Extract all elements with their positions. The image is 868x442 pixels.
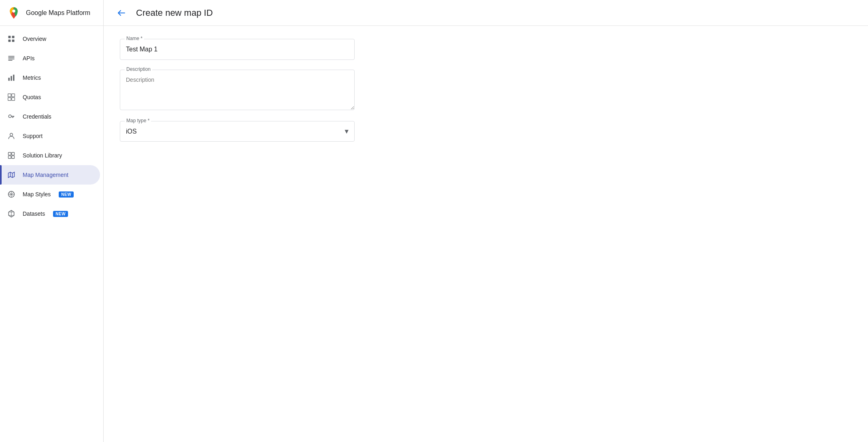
main-header: Create new map ID — [104, 0, 868, 26]
map-type-field-group: Map type * JavaScript Android iOS ▼ — [120, 121, 355, 142]
sidebar-item-support[interactable]: Support — [0, 126, 100, 146]
sidebar-item-map-management[interactable]: Map Management — [0, 165, 100, 185]
sidebar-item-apis[interactable]: APIs — [0, 49, 100, 68]
main-body: Name * Test Map 1 Description Map type *… — [104, 26, 868, 442]
overview-icon — [6, 34, 16, 44]
sidebar-item-quotas[interactable]: Quotas — [0, 87, 100, 107]
sidebar-item-datasets[interactable]: Datasets NEW — [0, 204, 100, 223]
svg-rect-1 — [9, 36, 11, 38]
datasets-icon — [6, 209, 16, 219]
solution-library-label: Solution Library — [23, 152, 62, 159]
svg-rect-20 — [9, 156, 11, 159]
credentials-label: Credentials — [23, 113, 51, 120]
sidebar-item-map-styles[interactable]: Map Styles NEW — [0, 185, 100, 204]
sidebar-nav: Overview APIs M — [0, 26, 103, 442]
name-field-group: Name * Test Map 1 — [120, 39, 355, 60]
quotas-label: Quotas — [23, 94, 41, 100]
datasets-new-badge: NEW — [53, 211, 68, 217]
svg-rect-13 — [12, 94, 15, 97]
svg-rect-10 — [11, 76, 12, 81]
svg-rect-18 — [9, 153, 11, 155]
overview-label: Overview — [23, 36, 46, 42]
support-icon — [6, 131, 16, 141]
svg-point-17 — [10, 133, 13, 136]
svg-rect-21 — [12, 156, 15, 159]
svg-rect-9 — [9, 78, 10, 81]
svg-rect-14 — [8, 98, 11, 101]
metrics-label: Metrics — [23, 74, 41, 81]
svg-rect-12 — [8, 94, 11, 97]
datasets-label: Datasets — [23, 210, 45, 217]
map-styles-new-badge: NEW — [59, 191, 74, 198]
map-styles-label: Map Styles — [23, 191, 51, 198]
map-type-select[interactable]: JavaScript Android iOS — [120, 121, 355, 142]
quotas-icon — [6, 92, 16, 102]
svg-rect-2 — [12, 36, 15, 38]
sidebar-item-metrics[interactable]: Metrics — [0, 68, 100, 87]
back-button[interactable] — [113, 5, 130, 21]
description-label: Description — [125, 66, 152, 72]
google-maps-logo — [6, 6, 21, 20]
solution-library-icon — [6, 151, 16, 160]
map-type-select-wrapper: JavaScript Android iOS ▼ — [120, 121, 355, 142]
map-management-icon — [6, 170, 16, 180]
svg-rect-15 — [12, 98, 15, 101]
map-styles-icon — [6, 189, 16, 199]
description-field-group: Description — [120, 70, 355, 111]
svg-rect-19 — [12, 153, 15, 155]
map-management-label: Map Management — [23, 172, 68, 178]
sidebar-header: Google Maps Platform — [0, 0, 103, 26]
name-input[interactable]: Test Map 1 — [120, 39, 355, 60]
apis-label: APIs — [23, 55, 35, 62]
map-type-label: Map type * — [125, 118, 151, 123]
sidebar: Google Maps Platform Overview — [0, 0, 104, 442]
sidebar-item-overview[interactable]: Overview — [0, 29, 100, 49]
svg-point-16 — [9, 115, 11, 118]
apis-icon — [6, 53, 16, 63]
name-label: Name * — [125, 36, 144, 41]
support-label: Support — [23, 133, 43, 139]
svg-rect-4 — [12, 40, 15, 42]
credentials-icon — [6, 112, 16, 121]
svg-point-0 — [12, 9, 15, 13]
page-title: Create new map ID — [136, 8, 213, 18]
main-content: Create new map ID Name * Test Map 1 Desc… — [104, 0, 868, 442]
create-map-id-form: Name * Test Map 1 Description Map type *… — [120, 39, 355, 142]
svg-rect-11 — [13, 75, 14, 81]
sidebar-item-credentials[interactable]: Credentials — [0, 107, 100, 126]
svg-rect-3 — [9, 40, 11, 42]
sidebar-item-solution-library[interactable]: Solution Library — [0, 146, 100, 165]
metrics-icon — [6, 73, 16, 83]
app-title: Google Maps Platform — [26, 9, 90, 17]
description-input[interactable] — [120, 70, 355, 110]
